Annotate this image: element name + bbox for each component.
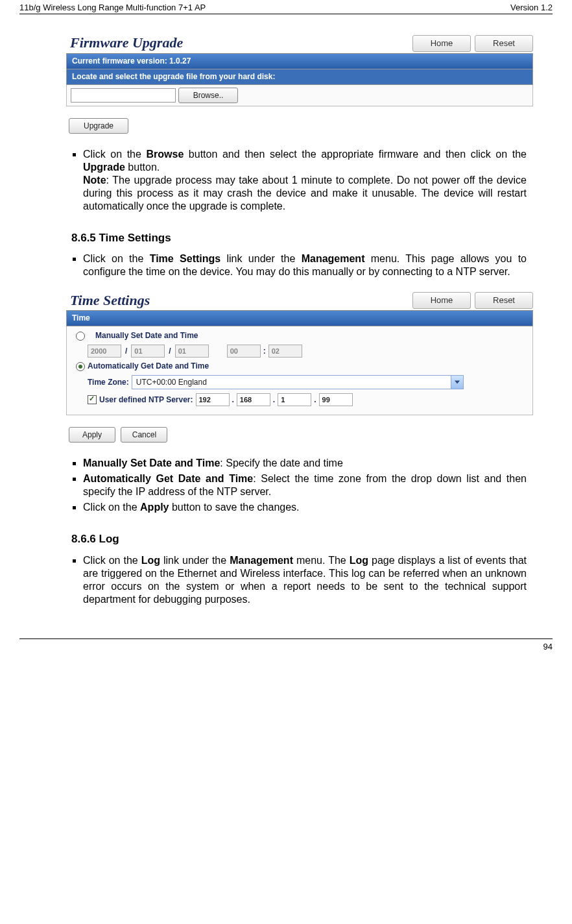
manual-label: Manually Set Date and Time xyxy=(95,331,198,341)
auto-row[interactable]: Automatically Get Date and Time xyxy=(72,359,527,373)
apply-button[interactable]: Apply xyxy=(69,427,115,443)
home-button[interactable]: Home xyxy=(412,292,471,309)
bullet-manual: Manually Set Date and Time: Specify the … xyxy=(83,457,527,470)
firmware-locate-bar: Locate and select the upgrade file from … xyxy=(66,69,533,85)
header-left: 11b/g Wireless Long Range Multi-function… xyxy=(19,3,206,12)
manual-row[interactable]: Manually Set Date and Time xyxy=(72,329,527,343)
timezone-row: Time Zone: UTC+00:00 England xyxy=(72,373,527,391)
reset-button[interactable]: Reset xyxy=(475,292,533,309)
firmware-title: Firmware Upgrade xyxy=(66,34,409,52)
manual-inputs: 2000 / 01 / 01 00 : 02 xyxy=(72,343,527,359)
ntp-label: User defined NTP Server: xyxy=(99,395,193,405)
timezone-select[interactable]: UTC+00:00 England xyxy=(132,375,464,389)
time-bar: Time xyxy=(66,311,533,326)
bullet-apply: Click on the Apply button to save the ch… xyxy=(83,501,527,514)
svg-marker-0 xyxy=(455,381,460,384)
year-input[interactable]: 2000 xyxy=(88,345,121,358)
ip1-input[interactable]: 192 xyxy=(196,393,230,406)
bullet-auto: Automatically Get Date and Time: Select … xyxy=(83,472,527,498)
home-button[interactable]: Home xyxy=(412,35,471,52)
tz-label: Time Zone: xyxy=(88,378,129,387)
bullet-log: Click on the Log link under the Manageme… xyxy=(83,554,527,606)
ip4-input[interactable]: 99 xyxy=(319,393,353,406)
month-input[interactable]: 01 xyxy=(131,345,165,358)
hour-input[interactable]: 00 xyxy=(227,345,261,358)
fw-bullet: Click on the Browse button and then sele… xyxy=(83,148,527,213)
browse-button[interactable]: Browse.. xyxy=(178,88,238,103)
chevron-down-icon xyxy=(451,376,463,389)
day-input[interactable]: 01 xyxy=(175,345,209,358)
radio-manual[interactable] xyxy=(76,332,85,341)
doc-header: 11b/g Wireless Long Range Multi-function… xyxy=(19,0,553,14)
upgrade-button[interactable]: Upgrade xyxy=(69,118,128,134)
file-input[interactable] xyxy=(71,88,176,103)
minute-input[interactable]: 02 xyxy=(268,345,302,358)
doc-footer: 94 xyxy=(19,638,553,651)
page-number: 94 xyxy=(543,642,553,651)
time-panel: Time Settings Home Reset Time Manually S… xyxy=(66,291,533,446)
ip2-input[interactable]: 168 xyxy=(237,393,270,406)
reset-button[interactable]: Reset xyxy=(475,35,533,52)
auto-label: Automatically Get Date and Time xyxy=(88,361,209,371)
firmware-version-bar: Current firmware version: 1.0.27 xyxy=(66,54,533,69)
ip3-input[interactable]: 1 xyxy=(278,393,311,406)
ntp-row: User defined NTP Server: 192 . 168 . 1 .… xyxy=(72,391,527,408)
cancel-button[interactable]: Cancel xyxy=(121,427,167,443)
ntp-checkbox[interactable] xyxy=(88,395,97,404)
time-intro-bullet: Click on the Time Settings link under th… xyxy=(83,252,527,278)
section-time-settings: 8.6.5 Time Settings xyxy=(71,231,527,245)
firmware-panel: Firmware Upgrade Home Reset Current firm… xyxy=(66,34,533,136)
section-log: 8.6.6 Log xyxy=(71,532,527,546)
header-right: Version 1.2 xyxy=(510,3,553,12)
radio-auto[interactable] xyxy=(76,362,85,371)
file-row: Browse.. xyxy=(66,85,533,106)
time-title: Time Settings xyxy=(66,291,409,310)
